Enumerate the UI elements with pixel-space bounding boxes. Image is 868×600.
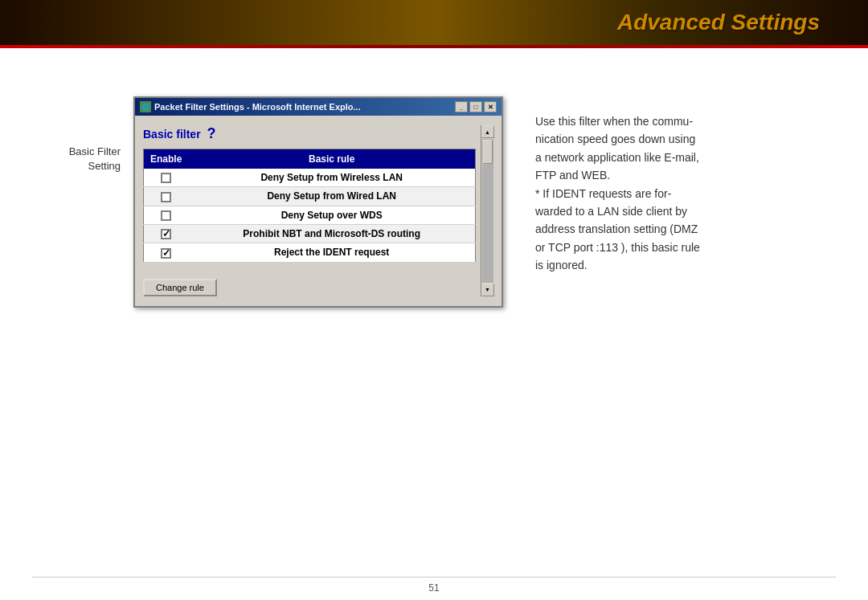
scrollbar[interactable]: ▲ ▼ [481,125,493,296]
dialog-window: 🌐 Packet Filter Settings - Microsoft Int… [133,96,503,308]
page-title: Advanced Settings [617,10,820,35]
help-icon[interactable]: ? [207,125,216,142]
row-label-2: Deny Setup over WDS [188,206,475,224]
table-header-row: Enable Basic rule [144,149,476,169]
page-number: 51 [428,582,439,594]
table-row: Deny Setup from Wired LAN [144,187,476,206]
checkbox-unchecked[interactable] [161,192,171,202]
dialog-icon: 🌐 [140,101,151,112]
col-rule: Basic rule [188,149,475,169]
maximize-button[interactable]: □ [469,101,482,112]
basic-filter-label: Basic filter [143,128,201,141]
row-label-3: Prohibit NBT and Microsoft-DS routing [188,224,475,243]
scroll-track [482,139,493,283]
close-button[interactable]: ✕ [484,101,497,112]
label-line2: Setting [48,159,121,173]
checkbox-cell-0[interactable] [144,169,189,187]
dialog-body: Basic filter ? Enable Basic rule Deny Se… [135,116,502,306]
checkbox-cell-3[interactable] [144,224,189,243]
description-text: Use this filter when the commu-nication … [535,112,776,275]
table-row: Reject the IDENT request [144,243,476,262]
table-row: Deny Setup from Wireless LAN [144,169,476,187]
title-bar-buttons: _ □ ✕ [455,101,497,112]
checkbox-unchecked[interactable] [161,210,171,221]
checkbox-checked[interactable] [161,229,171,239]
filter-table: Enable Basic rule Deny Setup from Wirele… [143,149,476,263]
change-rule-button[interactable]: Change rule [143,279,217,296]
row-label-1: Deny Setup from Wired LAN [188,187,475,206]
label-section: Basic Filter Setting [48,96,121,173]
top-bar: Advanced Settings [0,0,868,48]
label-line1: Basic Filter [48,145,121,159]
content-area: Basic Filter Setting 🌐 Packet Filter Set… [0,48,868,576]
scroll-thumb[interactable] [483,140,493,164]
row-label-0: Deny Setup from Wireless LAN [188,169,475,187]
scroll-up-button[interactable]: ▲ [481,125,494,138]
title-bar-left: 🌐 Packet Filter Settings - Microsoft Int… [140,101,361,112]
dialog-title: Packet Filter Settings - Microsoft Inter… [154,102,361,112]
table-row: Deny Setup over WDS [144,206,476,224]
bottom-line [32,577,836,578]
table-row: Prohibit NBT and Microsoft-DS routing [144,224,476,243]
row-label-4: Reject the IDENT request [188,243,475,262]
minimize-button[interactable]: _ [455,101,468,112]
right-section: Use this filter when the commu-nication … [503,96,776,275]
checkbox-checked[interactable] [161,248,171,259]
basic-filter-header: Basic filter ? [143,125,476,142]
col-enable: Enable [144,149,189,169]
checkbox-unchecked[interactable] [161,173,171,183]
checkbox-cell-2[interactable] [144,206,189,224]
dialog-main: Basic filter ? Enable Basic rule Deny Se… [143,125,476,296]
scroll-down-button[interactable]: ▼ [481,284,494,296]
checkbox-cell-1[interactable] [144,187,189,206]
left-section: Basic Filter Setting 🌐 Packet Filter Set… [48,96,503,308]
checkbox-cell-4[interactable] [144,243,189,262]
title-bar: 🌐 Packet Filter Settings - Microsoft Int… [135,98,502,116]
